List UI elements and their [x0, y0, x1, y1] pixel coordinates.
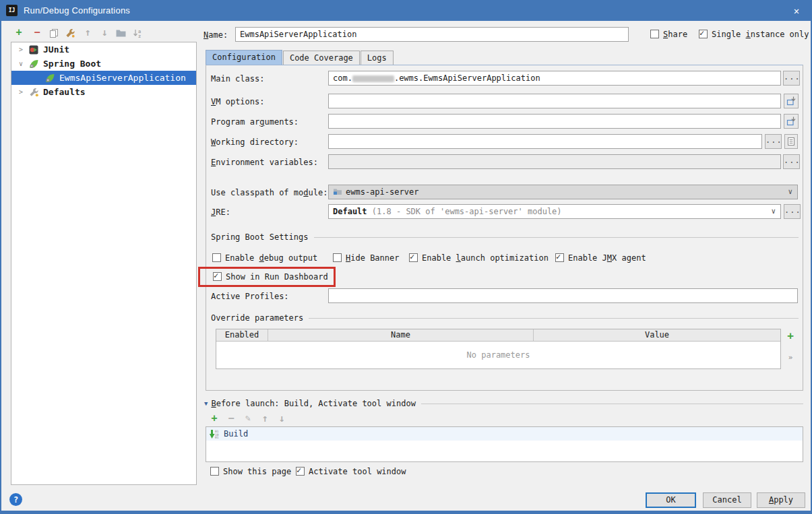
environment-variables-input[interactable] [328, 154, 781, 169]
help-button[interactable]: ? [9, 493, 22, 506]
section-title: Spring Boot Settings [211, 232, 309, 242]
column-header-enabled[interactable]: Enabled [216, 329, 268, 341]
build-icon: 011001 [209, 429, 220, 439]
override-parameters-table: Enabled Name Value No parameters [216, 329, 781, 369]
copy-configuration-button[interactable] [47, 27, 61, 39]
checkbox-box[interactable] [210, 467, 219, 476]
checkbox-box[interactable] [650, 30, 659, 38]
working-directory-input[interactable] [328, 134, 762, 149]
program-arguments-input[interactable] [328, 114, 781, 129]
environment-variables-browse-button[interactable]: ... [783, 154, 800, 169]
tree-item-ewms-api-server-application[interactable]: EwmsApiServerApplication [11, 71, 196, 85]
add-parameter-button[interactable]: + [784, 329, 797, 342]
junit-icon [29, 45, 39, 55]
tab-code-coverage[interactable]: Code Coverage [283, 51, 360, 65]
tree-item-defaults[interactable]: > Defaults [11, 85, 196, 99]
tree-item-label: Defaults [43, 87, 86, 97]
before-launch-item-build[interactable]: 011001 Build [206, 427, 803, 441]
intellij-logo-icon: IJ [6, 5, 18, 16]
tab-configuration[interactable]: Configuration [206, 50, 282, 65]
enable-debug-output-checkbox[interactable]: Enable debug output [212, 253, 317, 263]
jre-browse-button[interactable]: ... [784, 204, 801, 219]
main-class-browse-button[interactable]: ... [783, 71, 800, 86]
section-title: Override parameters [211, 313, 303, 323]
create-folder-button[interactable] [114, 27, 127, 39]
checkbox-box[interactable]: ✓ [699, 30, 708, 38]
name-label: Name: [204, 30, 228, 40]
checkbox-box[interactable]: ✓ [213, 272, 222, 281]
checkbox-box[interactable]: ✓ [409, 253, 418, 262]
window-title: Run/Debug Configurations [24, 5, 130, 15]
vm-options-expand-button[interactable] [784, 94, 799, 108]
working-directory-macros-button[interactable] [784, 134, 798, 149]
active-profiles-input[interactable] [328, 288, 798, 303]
close-button[interactable]: ✕ [781, 0, 812, 21]
chevron-down-icon[interactable]: ∨ [771, 205, 776, 218]
table-header-row: Enabled Name Value [216, 329, 780, 342]
before-launch-remove-button[interactable]: − [224, 413, 238, 425]
tree-item-label: JUnit [43, 44, 69, 55]
classpath-module-combobox[interactable]: ewms-api-server ∨ [328, 185, 798, 199]
working-directory-browse-button[interactable]: ... [765, 134, 782, 149]
help-icon: ? [13, 495, 18, 505]
jre-combobox[interactable]: Default (1.8 - SDK of 'ewms-api-server' … [328, 204, 781, 219]
vm-options-input[interactable] [328, 94, 781, 108]
tree-item-spring-boot[interactable]: ∨ Spring Boot [11, 57, 196, 71]
vm-options-label: VM options: [211, 97, 264, 106]
chevron-right-icon[interactable]: > [17, 88, 25, 96]
main-class-input[interactable]: com..ewms.EwmsApiServerApplication [328, 71, 781, 86]
document-list-icon [787, 137, 795, 146]
add-configuration-button[interactable]: + [12, 27, 26, 39]
before-launch-list: 011001 Build [206, 426, 803, 462]
close-icon: ✕ [794, 5, 799, 16]
before-launch-move-down-button[interactable]: ↓ [275, 413, 288, 425]
tab-logs[interactable]: Logs [361, 51, 394, 65]
checkbox-box[interactable] [333, 253, 342, 262]
hide-banner-checkbox[interactable]: Hide Banner [333, 253, 399, 263]
cancel-button[interactable]: Cancel [703, 492, 751, 508]
before-launch-section: ▼ Before launch: Build, Activate tool wi… [204, 399, 803, 408]
before-launch-move-up-button[interactable]: ↑ [258, 413, 272, 425]
sort-configurations-button[interactable]: az [131, 27, 144, 39]
tree-item-label: EwmsApiServerApplication [59, 73, 186, 83]
before-launch-add-button[interactable]: + [208, 413, 221, 425]
module-icon [333, 187, 342, 196]
chevron-right-icon[interactable]: > [17, 46, 25, 53]
check-icon: ✓ [699, 28, 704, 38]
check-icon: ✓ [556, 252, 561, 261]
table-empty-text: No parameters [216, 342, 780, 368]
before-launch-title: Before launch: Build, Activate tool wind… [211, 399, 415, 408]
column-header-name[interactable]: Name [268, 329, 534, 341]
apply-button[interactable]: Apply [757, 492, 805, 508]
before-launch-item-label: Build [224, 429, 248, 439]
checkbox-box[interactable] [212, 253, 221, 262]
more-actions-button[interactable]: » [785, 353, 796, 362]
sort-az-icon: az [133, 28, 143, 38]
configurations-tree: > JUnit ∨ Spring Boot EwmsApiServerAppli… [11, 42, 197, 485]
show-this-page-checkbox[interactable]: Show this page [210, 467, 291, 476]
show-in-run-dashboard-checkbox[interactable]: ✓Show in Run Dashboard [213, 272, 328, 282]
defaults-wrench-icon [29, 88, 39, 97]
ok-button[interactable]: OK [646, 492, 696, 508]
active-profiles-label: Active Profiles: [211, 292, 289, 301]
checkbox-box[interactable]: ✓ [555, 253, 564, 262]
before-launch-edit-button[interactable]: ✎ [241, 413, 255, 425]
column-header-value[interactable]: Value [534, 329, 780, 341]
share-checkbox[interactable]: Share [650, 30, 687, 39]
tree-item-junit[interactable]: > JUnit [11, 42, 196, 57]
jre-label: JRE: [211, 207, 230, 217]
program-arguments-expand-button[interactable] [784, 114, 799, 129]
activate-tool-window-checkbox[interactable]: ✓Activate tool window [296, 467, 406, 476]
move-up-button[interactable]: ↑ [81, 27, 94, 39]
collapse-triangle-icon[interactable]: ▼ [204, 400, 208, 407]
name-input[interactable]: EwmsApiServerApplication [235, 27, 629, 42]
chevron-down-icon[interactable]: ∨ [788, 185, 792, 199]
checkbox-box[interactable]: ✓ [296, 467, 305, 476]
edit-defaults-button[interactable] [63, 27, 77, 39]
move-down-button[interactable]: ↓ [98, 27, 111, 39]
single-instance-only-checkbox[interactable]: ✓Single instance only [699, 30, 809, 39]
enable-launch-optimization-checkbox[interactable]: ✓Enable launch optimization [409, 253, 549, 263]
remove-configuration-button[interactable]: − [30, 27, 44, 39]
chevron-down-icon[interactable]: ∨ [17, 60, 25, 67]
enable-jmx-agent-checkbox[interactable]: ✓Enable JMX agent [555, 253, 646, 263]
